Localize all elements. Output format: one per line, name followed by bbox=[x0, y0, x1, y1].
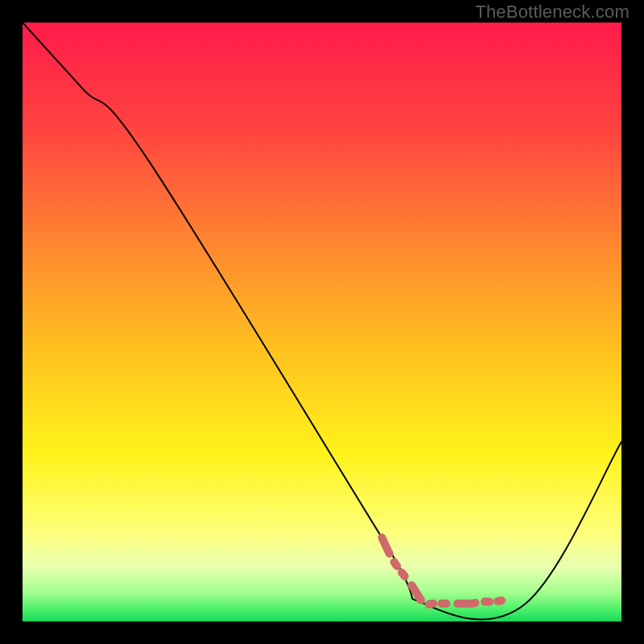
watermark-text: TheBottleneck.com bbox=[475, 2, 630, 23]
bottleneck-chart bbox=[23, 23, 621, 621]
chart-frame: TheBottleneck.com bbox=[0, 0, 644, 644]
plot-area bbox=[23, 23, 621, 621]
